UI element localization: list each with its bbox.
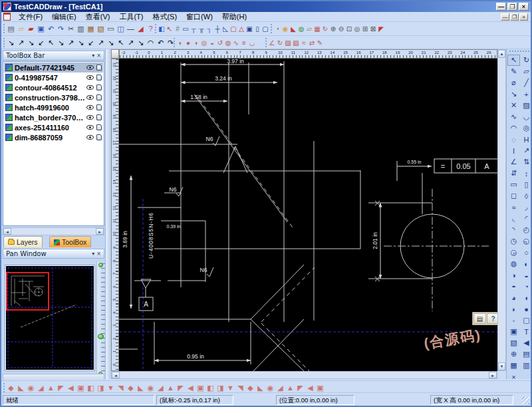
angle-mod-button[interactable]: ∠: [268, 37, 276, 49]
triangle-left-button[interactable]: ◀: [520, 337, 532, 348]
hatch-edit-button[interactable]: ▧: [292, 37, 300, 49]
hatch-mod-button[interactable]: ▨: [284, 37, 292, 49]
square-open-button[interactable]: ▢: [520, 315, 532, 326]
snap-nearest-button[interactable]: ↖: [116, 37, 126, 49]
frame-corner-button[interactable]: ┐: [205, 23, 213, 35]
snap-parallel-button[interactable]: ↗: [126, 37, 136, 49]
undo-button[interactable]: ↶: [46, 23, 56, 35]
layer-row[interactable]: hatch-49919600: [4, 102, 103, 112]
layer-print-icon[interactable]: [96, 114, 102, 120]
refresh-button[interactable]: ↻: [321, 23, 329, 35]
slider-top-dot[interactable]: [98, 263, 103, 267]
fill-button[interactable]: ◢: [136, 23, 146, 35]
polyline-button[interactable]: ◉: [26, 382, 36, 394]
frame-tri-button[interactable]: △: [237, 23, 245, 35]
zoom-window-button[interactable]: ⊡: [345, 23, 353, 35]
rotate-button[interactable]: ↻: [520, 55, 532, 66]
visibility-eye-icon[interactable]: [86, 75, 94, 80]
text-cursor-button[interactable]: Ι: [507, 145, 520, 156]
line-angled-button[interactable]: ↘: [507, 88, 520, 100]
circle3-button[interactable]: ◢: [36, 382, 46, 394]
half-bottom-button[interactable]: ◒: [520, 269, 532, 281]
export-button[interactable]: ▱: [305, 23, 313, 35]
panel-close-icon[interactable]: ×: [96, 53, 101, 59]
menu-file[interactable]: 文件(F): [14, 12, 47, 22]
attribute-button[interactable]: ▼: [225, 382, 235, 394]
xline-button[interactable]: ◣: [136, 382, 146, 394]
polygon2-button[interactable]: ◀: [66, 382, 76, 394]
tab-toolbox[interactable]: ToolBox: [49, 236, 91, 247]
diameter-button[interactable]: ⌀: [507, 77, 520, 88]
seg-left-button[interactable]: ◖: [520, 292, 532, 303]
zoom-selected-button[interactable]: ⊠: [369, 23, 377, 35]
mark-button[interactable]: ◤: [377, 23, 385, 35]
diamond-button[interactable]: ◊: [520, 190, 532, 202]
canvas-hscrollbar[interactable]: ◂ ▸: [111, 371, 497, 379]
sort-v-button[interactable]: ⇵: [507, 168, 520, 179]
zoom-page-button[interactable]: ⊞: [361, 23, 369, 35]
spin-button[interactable]: ↻: [276, 37, 284, 49]
corner-br-button[interactable]: ◞: [520, 202, 532, 213]
layer-row[interactable]: dim-86887059: [4, 132, 103, 142]
import-button[interactable]: ▰: [26, 23, 36, 35]
tolerance-button[interactable]: ◣: [255, 382, 265, 394]
brightness-button[interactable]: ◉: [281, 23, 289, 35]
mdi-restore-button[interactable]: ❐: [510, 13, 519, 21]
visibility-eye-icon[interactable]: [86, 105, 94, 110]
menu-help[interactable]: 帮助(H): [217, 12, 251, 22]
mirror-button[interactable]: ◍: [224, 37, 232, 49]
snap-angle-button[interactable]: ◠: [146, 37, 156, 49]
new-button[interactable]: ▤: [6, 23, 16, 35]
square-filled-button[interactable]: ▣: [507, 326, 520, 337]
quad-tr-button[interactable]: ◶: [507, 247, 520, 258]
scroll-up-icon[interactable]: ▴: [498, 50, 505, 58]
half-left-button[interactable]: ◐: [520, 258, 532, 269]
grid-b-button[interactable]: ▦: [507, 360, 520, 371]
snap-extension-button[interactable]: ↘: [136, 37, 146, 49]
corner-tl-button[interactable]: ◜: [520, 213, 532, 224]
dock-grip[interactable]: [509, 51, 529, 53]
redo-button[interactable]: ↷: [56, 23, 66, 35]
sketch-button[interactable]: ◧: [158, 23, 166, 35]
visibility-eye-icon[interactable]: [86, 125, 94, 130]
print-preview-button[interactable]: ◫: [116, 23, 126, 35]
snap-endpoint-button[interactable]: ↘: [26, 37, 36, 49]
hatch-button[interactable]: ▨: [520, 100, 532, 111]
scale-button[interactable]: ↺: [216, 37, 224, 49]
arc-lower-button[interactable]: ◡: [520, 111, 532, 122]
rect-outline-button[interactable]: ◻: [507, 190, 520, 202]
divide-button[interactable]: ◤: [295, 382, 305, 394]
arc3-button[interactable]: ▲: [46, 382, 56, 394]
rect-v-button[interactable]: ▯: [520, 179, 532, 190]
cut-button[interactable]: ✂: [66, 23, 76, 35]
trim-button[interactable]: ●: [184, 37, 192, 49]
panel-close-icon[interactable]: ×: [96, 251, 101, 257]
cloud-button[interactable]: ▼: [106, 382, 116, 394]
dock-splitter[interactable]: [106, 49, 111, 379]
visibility-eye-icon[interactable]: [86, 65, 94, 70]
fillet-button[interactable]: ◗: [176, 37, 184, 49]
mdi-close-button[interactable]: ×: [519, 13, 528, 21]
frame-jump-button[interactable]: ┼: [213, 23, 221, 35]
shape-edit-button[interactable]: ▱: [520, 66, 532, 77]
ray-button[interactable]: ◆: [126, 382, 136, 394]
spline-button[interactable]: ◧: [86, 382, 96, 394]
frame-slope-button[interactable]: ◺: [221, 23, 229, 35]
snap-node-button[interactable]: ↘: [56, 37, 66, 49]
menu-view[interactable]: 查看(V): [81, 12, 115, 22]
wedge-button[interactable]: ◣: [289, 23, 297, 35]
corner-bl-button[interactable]: ◟: [507, 213, 520, 224]
region-button[interactable]: ▢: [261, 23, 269, 35]
column-button[interactable]: Η: [520, 134, 532, 145]
grid-red-button[interactable]: ▦: [313, 23, 321, 35]
frame-step-button[interactable]: ╥: [198, 23, 205, 35]
circle-shaded-button[interactable]: ◍: [507, 258, 520, 269]
trace-button[interactable]: ◢: [156, 382, 166, 394]
copy-button[interactable]: ▥: [76, 23, 86, 35]
grid-a-button[interactable]: ▤: [520, 348, 532, 360]
region2-button[interactable]: ◤: [176, 382, 186, 394]
layer-row[interactable]: Default-77421945: [4, 63, 103, 72]
layer-list-scrollbar[interactable]: ◂▸: [3, 227, 104, 235]
circle-dashed-button[interactable]: ◌: [507, 134, 520, 145]
snap-free-button[interactable]: ↘: [6, 37, 16, 49]
